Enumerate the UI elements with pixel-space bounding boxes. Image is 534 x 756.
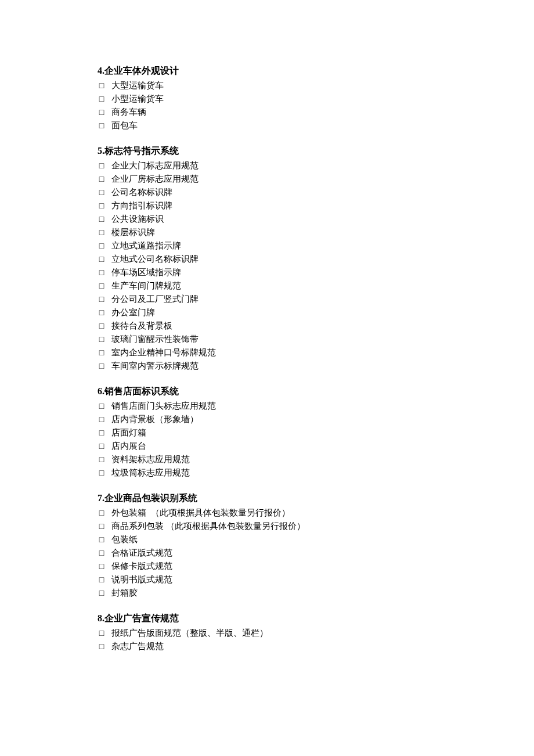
item-text: 说明书版式规范 [111, 573, 172, 586]
item-text: 商品系列包装 （此项根据具体包装数量另行报价） [111, 520, 305, 533]
item-text: 店内背景板（形象墙） [111, 413, 199, 426]
checkbox-icon: □ [98, 266, 106, 279]
checklist: □企业大门标志应用规范□企业厂房标志应用规范□公司名称标识牌□方向指引标识牌□公… [98, 159, 534, 373]
checkbox-icon: □ [98, 640, 106, 653]
checklist-item: □室内企业精神口号标牌规范 [98, 346, 534, 359]
checklist: □大型运输货车□小型运输货车□商务车辆□面包车 [98, 79, 534, 132]
checkbox-icon: □ [98, 306, 106, 319]
item-text: 企业大门标志应用规范 [111, 159, 199, 172]
checklist-item: □小型运输货车 [98, 92, 534, 106]
checkbox-icon: □ [98, 239, 106, 253]
checkbox-icon: □ [98, 413, 106, 426]
section: 4.企业车体外观设计□大型运输货车□小型运输货车□商务车辆□面包车 [98, 64, 534, 132]
checkbox-icon: □ [98, 79, 106, 92]
document-content: 4.企业车体外观设计□大型运输货车□小型运输货车□商务车辆□面包车5.标志符号指… [98, 64, 534, 653]
checkbox-icon: □ [98, 279, 106, 293]
item-text: 接待台及背景板 [111, 319, 172, 333]
item-text: 报纸广告版面规范（整版、半版、通栏） [111, 627, 268, 640]
section-heading: 6.销售店面标识系统 [98, 384, 534, 398]
checkbox-icon: □ [98, 199, 106, 213]
item-text: 玻璃门窗醒示性装饰带 [111, 333, 199, 346]
checklist: □报纸广告版面规范（整版、半版、通栏）□杂志广告规范 [98, 627, 534, 653]
checkbox-icon: □ [98, 627, 106, 640]
checklist-item: □楼层标识牌 [98, 226, 534, 239]
checklist-item: □商务车辆 [98, 106, 534, 119]
checkbox-icon: □ [98, 440, 106, 453]
checklist-item: □保修卡版式规范 [98, 560, 534, 573]
checklist-item: □生产车间门牌规范 [98, 279, 534, 293]
item-text: 生产车间门牌规范 [111, 279, 181, 293]
item-text: 包装纸 [111, 533, 138, 546]
checklist-item: □店内背景板（形象墙） [98, 413, 534, 426]
item-text: 办公室门牌 [111, 306, 155, 319]
item-text: 店面灯箱 [111, 426, 146, 440]
checklist: □外包装箱 （此项根据具体包装数量另行报价）□商品系列包装 （此项根据具体包装数… [98, 506, 534, 600]
item-text: 外包装箱 （此项根据具体包装数量另行报价） [111, 506, 290, 520]
item-text: 停车场区域指示牌 [111, 266, 181, 279]
checkbox-icon: □ [98, 253, 106, 266]
item-text: 面包车 [111, 119, 138, 132]
checklist-item: □立地式道路指示牌 [98, 239, 534, 253]
checklist-item: □车间室内警示标牌规范 [98, 359, 534, 373]
checkbox-icon: □ [98, 186, 106, 199]
checklist-item: □面包车 [98, 119, 534, 132]
checklist-item: □外包装箱 （此项根据具体包装数量另行报价） [98, 506, 534, 520]
checklist-item: □企业大门标志应用规范 [98, 159, 534, 172]
checklist-item: □立地式公司名称标识牌 [98, 253, 534, 266]
checklist-item: □报纸广告版面规范（整版、半版、通栏） [98, 627, 534, 640]
item-text: 立地式公司名称标识牌 [111, 253, 199, 266]
checkbox-icon: □ [98, 226, 106, 239]
section: 8.企业广告宣传规范□报纸广告版面规范（整版、半版、通栏）□杂志广告规范 [98, 611, 534, 653]
item-text: 合格证版式规范 [111, 546, 172, 560]
section-heading: 4.企业车体外观设计 [98, 64, 534, 78]
checklist-item: □包装纸 [98, 533, 534, 546]
checklist-item: □销售店面门头标志应用规范 [98, 399, 534, 413]
item-text: 分公司及工厂竖式门牌 [111, 293, 199, 306]
checklist-item: □办公室门牌 [98, 306, 534, 319]
checkbox-icon: □ [98, 119, 106, 132]
item-text: 小型运输货车 [111, 92, 164, 106]
section: 5.标志符号指示系统□企业大门标志应用规范□企业厂房标志应用规范□公司名称标识牌… [98, 144, 534, 373]
checkbox-icon: □ [98, 172, 106, 186]
item-text: 楼层标识牌 [111, 226, 155, 239]
checkbox-icon: □ [98, 346, 106, 359]
item-text: 立地式道路指示牌 [111, 239, 181, 253]
checkbox-icon: □ [98, 92, 106, 106]
checklist-item: □店面灯箱 [98, 426, 534, 440]
checklist-item: □停车场区域指示牌 [98, 266, 534, 279]
checklist-item: □玻璃门窗醒示性装饰带 [98, 333, 534, 346]
section-heading: 7.企业商品包装识别系统 [98, 491, 534, 505]
checklist-item: □封箱胶 [98, 586, 534, 600]
checkbox-icon: □ [98, 333, 106, 346]
section-heading: 8.企业广告宣传规范 [98, 611, 534, 625]
checkbox-icon: □ [98, 359, 106, 373]
item-text: 公司名称标识牌 [111, 186, 172, 199]
checklist-item: □接待台及背景板 [98, 319, 534, 333]
checklist-item: □大型运输货车 [98, 79, 534, 92]
checkbox-icon: □ [98, 586, 106, 600]
checklist-item: □商品系列包装 （此项根据具体包装数量另行报价） [98, 520, 534, 533]
checkbox-icon: □ [98, 520, 106, 533]
checklist-item: □杂志广告规范 [98, 640, 534, 653]
checkbox-icon: □ [98, 293, 106, 306]
item-text: 大型运输货车 [111, 79, 164, 92]
item-text: 企业厂房标志应用规范 [111, 172, 199, 186]
item-text: 垃圾筒标志应用规范 [111, 466, 190, 480]
checkbox-icon: □ [98, 213, 106, 226]
item-text: 保修卡版式规范 [111, 560, 172, 573]
checkbox-icon: □ [98, 546, 106, 560]
section: 7.企业商品包装识别系统□外包装箱 （此项根据具体包装数量另行报价）□商品系列包… [98, 491, 534, 600]
checklist-item: □企业厂房标志应用规范 [98, 172, 534, 186]
checkbox-icon: □ [98, 573, 106, 586]
checklist-item: □垃圾筒标志应用规范 [98, 466, 534, 480]
item-text: 店内展台 [111, 440, 146, 453]
checklist-item: □公共设施标识 [98, 213, 534, 226]
item-text: 车间室内警示标牌规范 [111, 359, 199, 373]
checkbox-icon: □ [98, 453, 106, 466]
checklist-item: □合格证版式规范 [98, 546, 534, 560]
checklist: □销售店面门头标志应用规范□店内背景板（形象墙）□店面灯箱□店内展台□资料架标志… [98, 399, 534, 480]
checkbox-icon: □ [98, 506, 106, 520]
item-text: 商务车辆 [111, 106, 146, 119]
section-heading: 5.标志符号指示系统 [98, 144, 534, 158]
checkbox-icon: □ [98, 399, 106, 413]
